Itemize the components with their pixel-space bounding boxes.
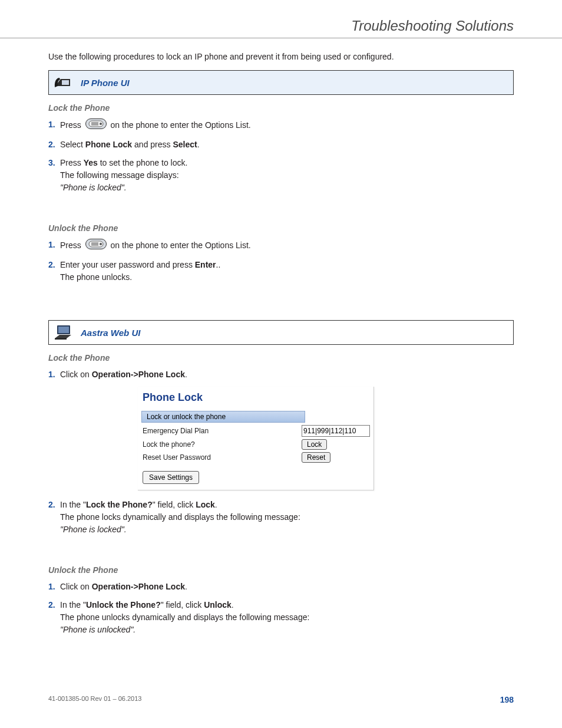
options-button-icon <box>85 118 107 133</box>
step-text: Click on <box>60 370 92 379</box>
emergency-dial-plan-row: Emergency Dial Plan <box>138 423 373 437</box>
aastra-web-ui-box: Aastra Web UI <box>48 320 514 345</box>
reset-button[interactable]: Reset <box>302 452 330 463</box>
step-text: Select <box>60 140 85 149</box>
step-number: 2. <box>48 499 60 511</box>
step-bold: Lock the Phone? <box>86 500 153 509</box>
step-number: 1. <box>48 581 60 593</box>
step-text: The following message displays: <box>60 170 179 180</box>
step-text: In the " <box>60 600 86 610</box>
footer-revision: 41-001385-00 Rev 01 – 06.2013 <box>48 695 141 704</box>
step-text: to set the phone to lock. <box>98 158 188 167</box>
svg-rect-0 <box>62 80 69 85</box>
step-bold: Enter <box>195 260 216 269</box>
step-text: . <box>185 370 187 379</box>
step-text: . <box>232 600 234 610</box>
step-bold: Select <box>173 140 197 149</box>
step-number: 2. <box>48 259 60 271</box>
web-lock-steps: 1. Click on Operation->Phone Lock. <box>48 368 514 381</box>
options-button-icon <box>85 239 107 253</box>
step-text: Press <box>60 241 81 250</box>
svg-point-6 <box>100 123 102 125</box>
step-bold: Yes <box>84 158 98 167</box>
step-quoted: "Phone is locked". <box>60 525 127 534</box>
page-footer: 41-001385-00 Rev 01 – 06.2013 198 <box>48 695 514 704</box>
computer-icon <box>54 324 74 341</box>
step-number: 2. <box>48 599 60 611</box>
lock-phone-heading: Lock the Phone <box>48 103 514 113</box>
lock-phone-label: Lock the phone? <box>143 440 302 449</box>
step-text: " field, click <box>161 600 204 610</box>
step-text: Enter your user password and press <box>60 260 195 269</box>
step-text: . <box>215 500 217 509</box>
step-text: Press <box>60 158 84 167</box>
lock-phone-row: Lock the phone? Lock <box>138 437 373 450</box>
footer-page-number: 198 <box>500 695 514 704</box>
step-quoted: "Phone is locked". <box>60 183 127 192</box>
panel-title: Phone Lock <box>138 389 373 411</box>
step-text: .. <box>216 260 221 269</box>
page-header-title: Troubleshooting Solutions <box>48 18 514 34</box>
emergency-dial-plan-input[interactable] <box>302 425 370 437</box>
step-number: 1. <box>48 239 60 251</box>
step-number: 2. <box>48 139 60 151</box>
svg-rect-14 <box>58 327 69 333</box>
step-bold: Operation->Phone Lock <box>92 582 185 591</box>
step-text: The phone locks dynamically and displays… <box>60 512 300 522</box>
unlock-phone-heading: Unlock the Phone <box>48 223 514 233</box>
step-bold: Unlock the Phone? <box>86 600 161 610</box>
step-text: The phone unlocks. <box>60 272 132 282</box>
lock-button[interactable]: Lock <box>302 439 327 450</box>
step-text: and press <box>132 140 173 149</box>
step-number: 3. <box>48 157 60 169</box>
step-text: " field, click <box>153 500 196 509</box>
ip-phone-ui-box: IP Phone UI <box>48 70 514 95</box>
step-bold: Operation->Phone Lock <box>92 370 185 379</box>
web-lock-steps-2: 2. In the "Lock the Phone?" field, click… <box>48 499 514 536</box>
step-text: . <box>197 140 200 149</box>
step-text: . <box>185 582 187 591</box>
header-divider <box>0 38 562 38</box>
step-bold: Unlock <box>204 600 232 610</box>
step-quoted: "Phone is unlocked". <box>60 625 135 634</box>
desk-phone-icon <box>54 74 74 91</box>
panel-section-header: Lock or unlock the phone <box>141 411 305 423</box>
web-unlock-steps: 1. Click on Operation->Phone Lock. 2. In… <box>48 581 514 636</box>
ip-lock-steps: 1. Press on the phone to enter the Optio… <box>48 118 514 194</box>
phone-lock-panel: Phone Lock Lock or unlock the phone Emer… <box>138 387 374 490</box>
step-text: Click on <box>60 582 92 591</box>
ip-phone-ui-label: IP Phone UI <box>81 78 130 88</box>
step-text: Press <box>60 120 81 130</box>
step-number: 1. <box>48 118 60 131</box>
ip-unlock-steps: 1. Press on the phone to enter the Optio… <box>48 239 514 284</box>
svg-point-12 <box>100 243 102 245</box>
web-lock-phone-heading: Lock the Phone <box>48 353 514 363</box>
step-bold: Phone Lock <box>85 140 132 149</box>
aastra-web-ui-label: Aastra Web UI <box>81 328 140 338</box>
reset-password-label: Reset User Password <box>143 453 302 462</box>
web-unlock-phone-heading: Unlock the Phone <box>48 565 514 575</box>
emergency-dial-plan-label: Emergency Dial Plan <box>143 427 302 435</box>
intro-text: Use the following procedures to lock an … <box>48 51 514 62</box>
step-text: on the phone to enter the Options List. <box>111 241 251 250</box>
step-number: 1. <box>48 368 60 381</box>
reset-password-row: Reset User Password Reset <box>138 450 373 463</box>
step-bold: Lock <box>196 500 215 509</box>
save-settings-button[interactable]: Save Settings <box>143 471 199 484</box>
step-text: In the " <box>60 500 86 509</box>
step-text: The phone unlocks dynamically and displa… <box>60 612 309 622</box>
step-text: on the phone to enter the Options List. <box>111 120 251 130</box>
